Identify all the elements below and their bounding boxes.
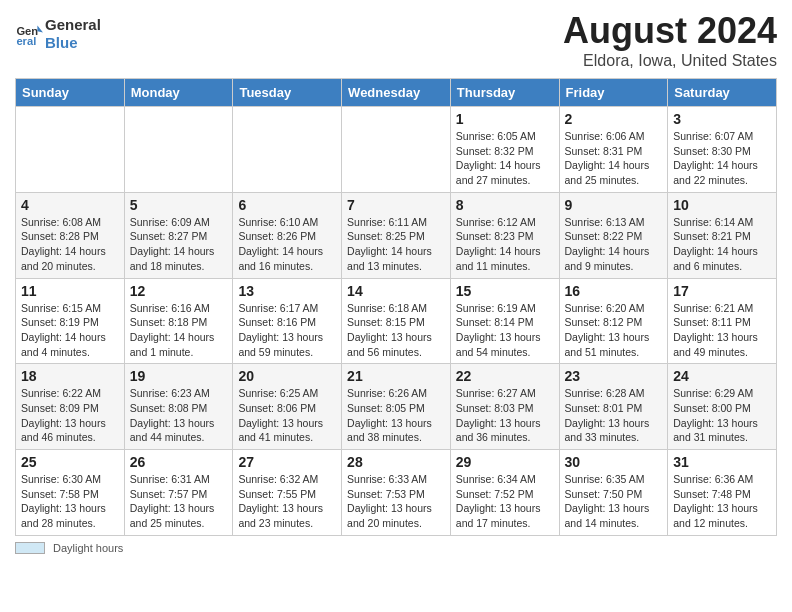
calendar-cell: 23Sunrise: 6:28 AM Sunset: 8:01 PM Dayli… (559, 364, 668, 450)
weekday-header: Saturday (668, 79, 777, 107)
day-number: 18 (21, 368, 119, 384)
daylight-swatch (15, 542, 45, 554)
day-info: Sunrise: 6:17 AM Sunset: 8:16 PM Dayligh… (238, 301, 336, 360)
logo-line2: Blue (45, 34, 101, 52)
day-number: 25 (21, 454, 119, 470)
day-info: Sunrise: 6:23 AM Sunset: 8:08 PM Dayligh… (130, 386, 228, 445)
calendar-week-row: 25Sunrise: 6:30 AM Sunset: 7:58 PM Dayli… (16, 450, 777, 536)
day-info: Sunrise: 6:35 AM Sunset: 7:50 PM Dayligh… (565, 472, 663, 531)
day-number: 12 (130, 283, 228, 299)
day-number: 2 (565, 111, 663, 127)
calendar-cell: 11Sunrise: 6:15 AM Sunset: 8:19 PM Dayli… (16, 278, 125, 364)
logo: Gen eral General Blue (15, 16, 101, 52)
calendar-cell (233, 107, 342, 193)
weekday-header: Monday (124, 79, 233, 107)
calendar-cell: 14Sunrise: 6:18 AM Sunset: 8:15 PM Dayli… (342, 278, 451, 364)
day-info: Sunrise: 6:27 AM Sunset: 8:03 PM Dayligh… (456, 386, 554, 445)
calendar-cell: 10Sunrise: 6:14 AM Sunset: 8:21 PM Dayli… (668, 192, 777, 278)
day-number: 3 (673, 111, 771, 127)
daylight-label: Daylight hours (53, 542, 123, 554)
day-info: Sunrise: 6:32 AM Sunset: 7:55 PM Dayligh… (238, 472, 336, 531)
calendar-cell: 29Sunrise: 6:34 AM Sunset: 7:52 PM Dayli… (450, 450, 559, 536)
day-number: 11 (21, 283, 119, 299)
day-info: Sunrise: 6:33 AM Sunset: 7:53 PM Dayligh… (347, 472, 445, 531)
calendar-cell: 25Sunrise: 6:30 AM Sunset: 7:58 PM Dayli… (16, 450, 125, 536)
day-number: 10 (673, 197, 771, 213)
day-number: 19 (130, 368, 228, 384)
day-number: 21 (347, 368, 445, 384)
calendar-cell: 6Sunrise: 6:10 AM Sunset: 8:26 PM Daylig… (233, 192, 342, 278)
calendar-header-row: SundayMondayTuesdayWednesdayThursdayFrid… (16, 79, 777, 107)
day-number: 17 (673, 283, 771, 299)
day-number: 26 (130, 454, 228, 470)
calendar-table: SundayMondayTuesdayWednesdayThursdayFrid… (15, 78, 777, 536)
calendar-cell: 17Sunrise: 6:21 AM Sunset: 8:11 PM Dayli… (668, 278, 777, 364)
day-info: Sunrise: 6:22 AM Sunset: 8:09 PM Dayligh… (21, 386, 119, 445)
day-info: Sunrise: 6:28 AM Sunset: 8:01 PM Dayligh… (565, 386, 663, 445)
day-info: Sunrise: 6:13 AM Sunset: 8:22 PM Dayligh… (565, 215, 663, 274)
location-subtitle: Eldora, Iowa, United States (563, 52, 777, 70)
calendar-cell (342, 107, 451, 193)
calendar-cell: 15Sunrise: 6:19 AM Sunset: 8:14 PM Dayli… (450, 278, 559, 364)
day-number: 13 (238, 283, 336, 299)
calendar-cell: 27Sunrise: 6:32 AM Sunset: 7:55 PM Dayli… (233, 450, 342, 536)
calendar-week-row: 4Sunrise: 6:08 AM Sunset: 8:28 PM Daylig… (16, 192, 777, 278)
day-number: 15 (456, 283, 554, 299)
day-number: 5 (130, 197, 228, 213)
calendar-cell: 30Sunrise: 6:35 AM Sunset: 7:50 PM Dayli… (559, 450, 668, 536)
day-info: Sunrise: 6:11 AM Sunset: 8:25 PM Dayligh… (347, 215, 445, 274)
day-number: 1 (456, 111, 554, 127)
weekday-header: Wednesday (342, 79, 451, 107)
day-info: Sunrise: 6:10 AM Sunset: 8:26 PM Dayligh… (238, 215, 336, 274)
day-info: Sunrise: 6:08 AM Sunset: 8:28 PM Dayligh… (21, 215, 119, 274)
weekday-header: Tuesday (233, 79, 342, 107)
calendar-cell: 31Sunrise: 6:36 AM Sunset: 7:48 PM Dayli… (668, 450, 777, 536)
day-number: 22 (456, 368, 554, 384)
day-number: 7 (347, 197, 445, 213)
calendar-cell: 8Sunrise: 6:12 AM Sunset: 8:23 PM Daylig… (450, 192, 559, 278)
day-info: Sunrise: 6:19 AM Sunset: 8:14 PM Dayligh… (456, 301, 554, 360)
day-number: 30 (565, 454, 663, 470)
day-number: 9 (565, 197, 663, 213)
calendar-cell: 3Sunrise: 6:07 AM Sunset: 8:30 PM Daylig… (668, 107, 777, 193)
day-info: Sunrise: 6:16 AM Sunset: 8:18 PM Dayligh… (130, 301, 228, 360)
day-info: Sunrise: 6:15 AM Sunset: 8:19 PM Dayligh… (21, 301, 119, 360)
day-info: Sunrise: 6:29 AM Sunset: 8:00 PM Dayligh… (673, 386, 771, 445)
day-info: Sunrise: 6:06 AM Sunset: 8:31 PM Dayligh… (565, 129, 663, 188)
day-info: Sunrise: 6:14 AM Sunset: 8:21 PM Dayligh… (673, 215, 771, 274)
calendar-cell: 22Sunrise: 6:27 AM Sunset: 8:03 PM Dayli… (450, 364, 559, 450)
svg-text:eral: eral (16, 35, 36, 47)
title-area: August 2024 Eldora, Iowa, United States (563, 10, 777, 70)
calendar-cell (124, 107, 233, 193)
calendar-cell: 13Sunrise: 6:17 AM Sunset: 8:16 PM Dayli… (233, 278, 342, 364)
day-info: Sunrise: 6:34 AM Sunset: 7:52 PM Dayligh… (456, 472, 554, 531)
day-info: Sunrise: 6:09 AM Sunset: 8:27 PM Dayligh… (130, 215, 228, 274)
calendar-week-row: 1Sunrise: 6:05 AM Sunset: 8:32 PM Daylig… (16, 107, 777, 193)
day-info: Sunrise: 6:07 AM Sunset: 8:30 PM Dayligh… (673, 129, 771, 188)
calendar-week-row: 18Sunrise: 6:22 AM Sunset: 8:09 PM Dayli… (16, 364, 777, 450)
logo-line1: General (45, 16, 101, 34)
calendar-cell: 21Sunrise: 6:26 AM Sunset: 8:05 PM Dayli… (342, 364, 451, 450)
day-number: 27 (238, 454, 336, 470)
calendar-cell: 24Sunrise: 6:29 AM Sunset: 8:00 PM Dayli… (668, 364, 777, 450)
day-number: 24 (673, 368, 771, 384)
logo-icon: Gen eral (15, 20, 43, 48)
calendar-cell: 2Sunrise: 6:06 AM Sunset: 8:31 PM Daylig… (559, 107, 668, 193)
calendar-cell: 16Sunrise: 6:20 AM Sunset: 8:12 PM Dayli… (559, 278, 668, 364)
calendar-cell: 28Sunrise: 6:33 AM Sunset: 7:53 PM Dayli… (342, 450, 451, 536)
calendar-week-row: 11Sunrise: 6:15 AM Sunset: 8:19 PM Dayli… (16, 278, 777, 364)
day-info: Sunrise: 6:25 AM Sunset: 8:06 PM Dayligh… (238, 386, 336, 445)
calendar-cell: 26Sunrise: 6:31 AM Sunset: 7:57 PM Dayli… (124, 450, 233, 536)
footer-note: Daylight hours (15, 542, 777, 554)
calendar-cell: 19Sunrise: 6:23 AM Sunset: 8:08 PM Dayli… (124, 364, 233, 450)
day-info: Sunrise: 6:21 AM Sunset: 8:11 PM Dayligh… (673, 301, 771, 360)
weekday-header: Sunday (16, 79, 125, 107)
day-number: 16 (565, 283, 663, 299)
calendar-cell: 1Sunrise: 6:05 AM Sunset: 8:32 PM Daylig… (450, 107, 559, 193)
day-info: Sunrise: 6:36 AM Sunset: 7:48 PM Dayligh… (673, 472, 771, 531)
day-info: Sunrise: 6:31 AM Sunset: 7:57 PM Dayligh… (130, 472, 228, 531)
day-number: 6 (238, 197, 336, 213)
day-info: Sunrise: 6:26 AM Sunset: 8:05 PM Dayligh… (347, 386, 445, 445)
day-number: 20 (238, 368, 336, 384)
calendar-cell: 7Sunrise: 6:11 AM Sunset: 8:25 PM Daylig… (342, 192, 451, 278)
